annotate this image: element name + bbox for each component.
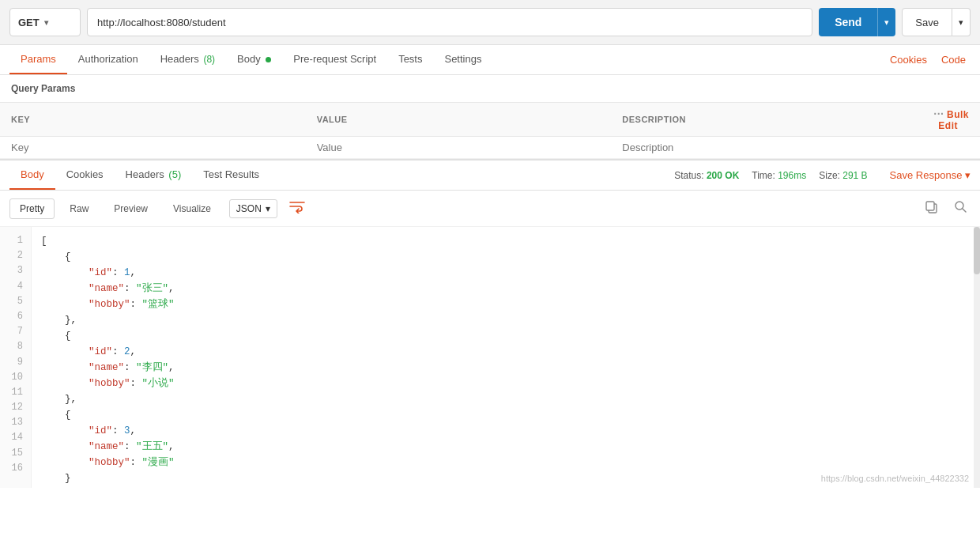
code-content[interactable]: [ { "id": 1, "name": "张三", "hobby": "篮球"… xyxy=(32,227,974,488)
format-bar: Pretty Raw Preview Visualize JSON ▾ xyxy=(0,191,980,227)
right-links: Cookies Code xyxy=(885,46,971,74)
method-label: GET xyxy=(18,17,40,28)
tab-params[interactable]: Params xyxy=(9,45,67,74)
copy-icon[interactable] xyxy=(922,197,941,220)
format-tab-visualize[interactable]: Visualize xyxy=(163,198,221,219)
search-icon[interactable] xyxy=(951,197,971,220)
status-value: 200 OK xyxy=(707,170,739,181)
params-row-empty xyxy=(0,137,980,159)
tab-prerequest[interactable]: Pre-request Script xyxy=(282,45,387,74)
format-tab-preview[interactable]: Preview xyxy=(104,198,158,219)
size-label: Size: 291 B xyxy=(819,170,867,181)
tab-authorization[interactable]: Authorization xyxy=(67,45,149,74)
method-select[interactable]: GET ▾ xyxy=(9,8,81,36)
format-tab-raw[interactable]: Raw xyxy=(59,198,99,219)
resp-tab-cookies[interactable]: Cookies xyxy=(55,161,115,190)
save-group: Save ▾ xyxy=(902,8,971,36)
line-numbers: 12345 678910 1112131415 16 xyxy=(0,227,32,488)
json-chevron: ▾ xyxy=(266,203,270,214)
tab-body[interactable]: Body xyxy=(226,45,282,74)
send-button[interactable]: Send xyxy=(819,8,877,36)
key-input[interactable] xyxy=(11,142,295,153)
send-dropdown[interactable]: ▾ xyxy=(877,8,895,36)
tab-settings[interactable]: Settings xyxy=(433,45,492,74)
value-input[interactable] xyxy=(317,142,601,153)
request-tabs: Params Authorization Headers (8) Body Pr… xyxy=(0,45,980,75)
params-table: KEY VALUE DESCRIPTION ··· Bulk Edit xyxy=(0,102,980,159)
col-key: KEY xyxy=(0,103,306,137)
description-input[interactable] xyxy=(622,142,906,153)
col-actions: ··· Bulk Edit xyxy=(917,103,980,137)
more-options-icon[interactable]: ··· xyxy=(933,108,944,120)
json-format-select[interactable]: JSON ▾ xyxy=(229,199,277,218)
col-value: VALUE xyxy=(306,103,612,137)
vertical-scrollbar[interactable] xyxy=(974,227,980,488)
method-chevron: ▾ xyxy=(44,18,48,27)
send-group: Send ▾ xyxy=(819,8,895,36)
save-dropdown[interactable]: ▾ xyxy=(952,8,971,36)
scrollbar-thumb[interactable] xyxy=(974,227,980,274)
query-params-header: Query Params xyxy=(0,75,980,102)
tab-headers[interactable]: Headers (8) xyxy=(149,45,226,74)
code-viewer: 12345 678910 1112131415 16 [ { "id": 1, … xyxy=(0,227,980,488)
response-status: Status: 200 OK Time: 196ms Size: 291 B S… xyxy=(674,169,971,181)
resp-tab-headers[interactable]: Headers (5) xyxy=(115,161,193,190)
save-button[interactable]: Save xyxy=(902,8,952,36)
resp-tab-body[interactable]: Body xyxy=(9,161,55,190)
bulk-edit-button[interactable]: Bulk Edit xyxy=(938,109,969,131)
resp-tab-test-results[interactable]: Test Results xyxy=(192,161,270,190)
status-label: Status: 200 OK xyxy=(674,170,739,181)
svg-line-3 xyxy=(963,209,966,212)
wrap-icon[interactable] xyxy=(288,199,306,217)
time-value: 196ms xyxy=(778,170,806,181)
svg-rect-1 xyxy=(926,202,934,210)
response-tabs: Body Cookies Headers (5) Test Results St… xyxy=(0,159,980,191)
code-link[interactable]: Code xyxy=(937,46,971,74)
tab-tests[interactable]: Tests xyxy=(387,45,433,74)
svg-point-2 xyxy=(956,202,963,210)
url-input[interactable] xyxy=(87,8,812,36)
format-tab-pretty[interactable]: Pretty xyxy=(9,198,55,219)
col-description: DESCRIPTION xyxy=(611,103,917,137)
save-response-button[interactable]: Save Response ▾ xyxy=(890,169,971,181)
watermark: https://blog.csdn.net/weixin_44822332 xyxy=(821,474,969,483)
top-bar: GET ▾ Send ▾ Save ▾ xyxy=(0,0,980,45)
size-value: 291 B xyxy=(842,170,867,181)
time-label: Time: 196ms xyxy=(752,170,806,181)
cookies-link[interactable]: Cookies xyxy=(885,46,932,74)
json-label: JSON xyxy=(236,203,262,214)
